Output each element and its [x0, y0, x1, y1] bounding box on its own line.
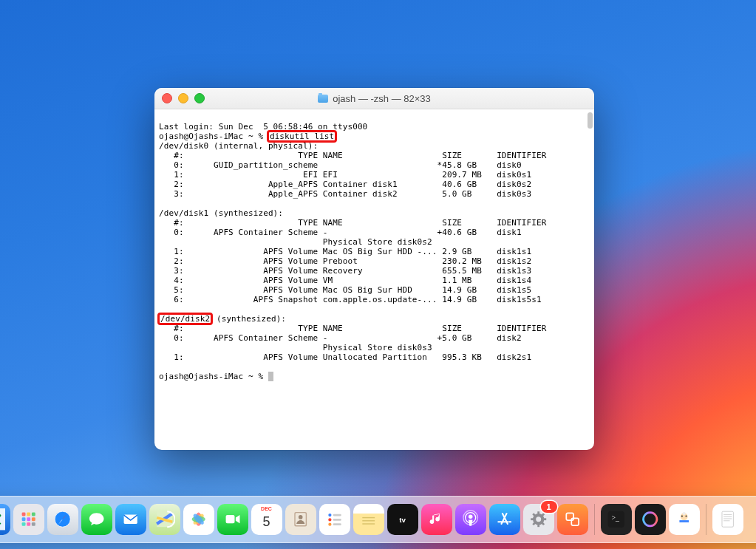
dock: DEC 5 tv 1 >_ — [0, 496, 756, 543]
dock-music[interactable] — [421, 504, 452, 535]
window-titlebar[interactable]: ojash — -zsh — 82×33 — [154, 88, 594, 109]
svg-point-62 — [681, 516, 683, 517]
svg-text:tv: tv — [399, 516, 406, 524]
window-title-text: ojash — -zsh — 82×33 — [333, 93, 431, 104]
terminal-body[interactable]: Last login: Sun Dec 5 06:58:46 on ttys00… — [154, 109, 594, 450]
cursor — [268, 372, 273, 381]
dock-contacts[interactable] — [285, 504, 316, 535]
svg-rect-56 — [571, 519, 579, 526]
svg-rect-50 — [543, 519, 546, 521]
svg-rect-61 — [679, 520, 689, 522]
svg-rect-40 — [362, 524, 375, 525]
folder-icon — [318, 95, 328, 103]
svg-rect-1 — [0, 508, 5, 530]
svg-point-42 — [469, 515, 473, 519]
dock-separator-2 — [706, 504, 706, 535]
svg-rect-5 — [27, 513, 30, 516]
svg-rect-35 — [333, 519, 341, 521]
terminal-window: ojash — -zsh — 82×33 Last login: Sun Dec… — [154, 88, 594, 450]
dock-reminders[interactable] — [319, 504, 350, 535]
dock-finder[interactable] — [0, 504, 10, 535]
svg-point-32 — [328, 514, 331, 516]
highlight-disk2: /dev/disk2 — [159, 314, 211, 324]
svg-text:>_: >_ — [611, 514, 619, 522]
svg-rect-28 — [225, 515, 234, 523]
calendar-month: DEC — [251, 506, 282, 514]
dock-mail[interactable] — [115, 504, 146, 535]
svg-rect-11 — [27, 522, 30, 526]
svg-rect-6 — [32, 513, 35, 516]
svg-rect-47 — [537, 511, 539, 514]
desktop: ojash — -zsh — 82×33 Last login: Sun Dec… — [0, 0, 756, 549]
svg-rect-39 — [362, 520, 375, 521]
svg-rect-10 — [21, 522, 25, 526]
dock-messages[interactable] — [81, 504, 112, 535]
svg-rect-33 — [333, 514, 341, 516]
dock-separator — [594, 504, 595, 535]
svg-rect-9 — [32, 518, 35, 522]
dock-maps[interactable] — [149, 504, 180, 535]
dock-system-preferences[interactable]: 1 — [523, 504, 554, 535]
dock-launchpad[interactable] — [13, 504, 44, 535]
svg-point-31 — [299, 515, 303, 519]
svg-rect-23 — [123, 515, 137, 525]
svg-rect-8 — [27, 518, 30, 522]
dock-terminal[interactable]: >_ — [601, 504, 632, 535]
svg-rect-37 — [333, 524, 341, 526]
svg-point-36 — [328, 523, 331, 526]
dock-trash[interactable] — [746, 504, 757, 535]
dock-textedit-doc[interactable] — [712, 504, 743, 535]
dock-calendar[interactable]: DEC 5 — [251, 504, 282, 535]
svg-rect-48 — [537, 524, 539, 527]
calendar-day: 5 — [251, 514, 282, 530]
highlight-command: diskutil list — [268, 132, 336, 141]
scrollbar-thumb[interactable] — [588, 112, 593, 129]
svg-rect-65 — [722, 511, 733, 527]
svg-rect-55 — [566, 514, 573, 521]
svg-rect-7 — [21, 518, 25, 522]
svg-rect-49 — [531, 519, 534, 521]
dock-facetime[interactable] — [217, 504, 248, 535]
dock-vmware[interactable] — [557, 504, 588, 535]
dock-notes[interactable] — [353, 504, 384, 535]
dock-dr-cleaner[interactable] — [669, 504, 700, 535]
window-title: ojash — -zsh — 82×33 — [154, 93, 594, 104]
svg-rect-12 — [32, 522, 35, 526]
dock-cleanmymac[interactable] — [635, 504, 666, 535]
svg-point-34 — [328, 519, 331, 522]
prefs-badge: 1 — [541, 501, 557, 513]
dock-tv[interactable]: tv — [387, 504, 418, 535]
dock-podcasts[interactable] — [455, 504, 486, 535]
svg-point-46 — [536, 516, 541, 522]
svg-rect-38 — [362, 517, 375, 518]
svg-point-63 — [685, 516, 687, 517]
dock-app-store[interactable] — [489, 504, 520, 535]
dock-photos[interactable] — [183, 504, 214, 535]
svg-point-64 — [682, 512, 685, 515]
dock-safari[interactable] — [47, 504, 78, 535]
svg-rect-4 — [21, 513, 25, 516]
